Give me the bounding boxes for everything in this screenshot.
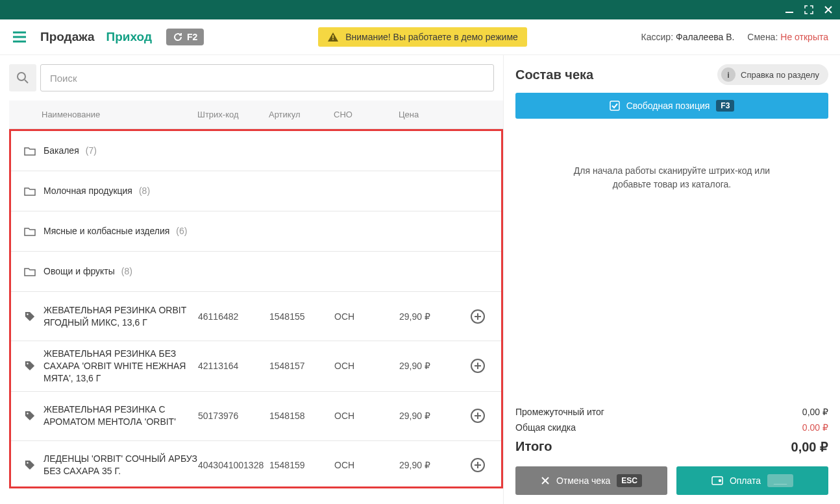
svg-line-9 <box>25 80 28 83</box>
add-to-receipt-button[interactable] <box>470 408 486 424</box>
product-sno: ОСН <box>334 361 399 371</box>
svg-rect-6 <box>332 35 334 38</box>
topbar: Продажа Приход F2 Внимание! Вы работаете… <box>0 19 840 55</box>
add-to-receipt-button[interactable] <box>470 309 486 324</box>
product-row[interactable]: ЖЕВАТЕЛЬНАЯ РЕЗИНКА С АРОМАТОМ МЕНТОЛА '… <box>11 392 501 441</box>
pay-key-label: ___ <box>767 474 793 487</box>
pay-button[interactable]: Оплата ___ <box>676 466 828 495</box>
product-price: 29,90 ₽ <box>399 311 458 322</box>
folder-icon <box>24 226 43 237</box>
search-input[interactable] <box>40 64 494 91</box>
subtotal-label: Промежуточный итог <box>515 407 802 417</box>
tag-icon <box>24 311 43 322</box>
total-label: Итого <box>515 439 791 455</box>
esc-key-label: ESC <box>617 474 642 487</box>
svg-point-18 <box>27 413 28 414</box>
folder-icon <box>24 186 43 197</box>
free-position-button[interactable]: Свободная позиция F3 <box>515 93 828 119</box>
folder-row[interactable]: Бакалея(7) <box>11 131 501 171</box>
product-row[interactable]: ЖЕВАТЕЛЬНАЯ РЕЗИНКА БЕЗ САХАРА 'ORBIT WH… <box>11 341 501 392</box>
svg-point-10 <box>27 313 28 315</box>
menu-icon[interactable] <box>12 30 27 44</box>
minimize-icon[interactable] <box>784 5 795 15</box>
product-article: 1548159 <box>269 460 334 470</box>
search-button[interactable] <box>9 64 36 91</box>
folder-row[interactable]: Овощи и фрукты(8) <box>11 252 501 292</box>
product-sno: ОСН <box>334 460 399 470</box>
product-sno: ОСН <box>334 311 399 322</box>
col-price: Цена <box>399 110 457 119</box>
f2-key-label: F2 <box>187 32 197 42</box>
tab-sale[interactable]: Продажа <box>40 30 95 44</box>
window-titlebar <box>0 0 840 19</box>
search-icon <box>16 71 29 84</box>
maximize-icon[interactable] <box>804 5 814 15</box>
subtotal-value: 0,00 ₽ <box>802 407 828 417</box>
wallet-icon <box>711 476 723 485</box>
folder-icon <box>24 267 43 277</box>
total-value: 0,00 ₽ <box>791 439 828 455</box>
warning-icon <box>327 32 339 42</box>
cashier-name: Фалалеева В. <box>676 32 734 42</box>
col-article: Артикул <box>269 110 334 119</box>
svg-point-30 <box>719 480 721 482</box>
demo-warning: Внимание! Вы работаете в демо режиме <box>318 27 527 47</box>
svg-point-14 <box>27 363 28 365</box>
svg-point-22 <box>27 462 28 463</box>
catalog-list: Бакалея(7) Молочная продукция(8) Мясные … <box>9 129 503 488</box>
product-price: 29,90 ₽ <box>399 460 458 470</box>
product-name: ЖЕВАТЕЛЬНАЯ РЕЗИНКА С АРОМАТОМ МЕНТОЛА '… <box>43 403 198 428</box>
shift-label: Смена: <box>747 32 778 42</box>
discount-value: 0.00 ₽ <box>802 422 828 433</box>
warning-text: Внимание! Вы работаете в демо режиме <box>345 32 518 42</box>
cashier-label: Кассир: <box>641 32 673 42</box>
product-price: 29,90 ₽ <box>399 361 458 371</box>
product-row[interactable]: ЛЕДЕНЦЫ 'ORBIT' СОЧНЫЙ АРБУЗ БЕЗ САХАРА … <box>11 441 501 488</box>
discount-label: Общая скидка <box>515 422 802 433</box>
product-sno: ОСН <box>334 411 399 421</box>
info-icon: i <box>721 67 735 82</box>
folder-row[interactable]: Молочная продукция(8) <box>11 171 501 211</box>
svg-rect-26 <box>610 101 619 110</box>
product-name: ЛЕДЕНЦЫ 'ORBIT' СОЧНЫЙ АРБУЗ БЕЗ САХАРА … <box>43 453 198 477</box>
tag-icon <box>24 460 43 470</box>
folder-row[interactable]: Мясные и колбасные изделия(6) <box>11 211 501 252</box>
tag-icon <box>24 411 43 421</box>
product-price: 29,90 ₽ <box>399 411 458 421</box>
help-button[interactable]: i Справка по разделу <box>717 64 828 85</box>
col-sno: СНО <box>334 110 399 119</box>
product-barcode: 4043041001328 <box>198 460 269 470</box>
tag-icon <box>24 361 43 371</box>
add-to-receipt-button[interactable] <box>470 457 486 473</box>
product-barcode: 42113164 <box>198 361 269 371</box>
col-name: Наименование <box>42 110 197 119</box>
product-name: ЖЕВАТЕЛЬНАЯ РЕЗИНКА БЕЗ САХАРА 'ORBIT WH… <box>43 348 198 385</box>
product-name: ЖЕВАТЕЛЬНАЯ РЕЗИНКА ORBIT ЯГОДНЫЙ МИКС, … <box>43 304 198 329</box>
svg-rect-7 <box>332 39 334 40</box>
product-article: 1548157 <box>269 361 334 371</box>
f3-key-label: F3 <box>716 100 734 112</box>
close-icon <box>541 476 550 485</box>
svg-point-8 <box>18 73 25 80</box>
add-to-receipt-button[interactable] <box>470 358 486 374</box>
product-barcode: 50173976 <box>198 411 269 421</box>
user-info: Кассир: Фалалеева В. Смена: Не открыта <box>641 32 828 42</box>
refresh-button[interactable]: F2 <box>166 29 204 45</box>
table-header: Наименование Штрих-код Артикул СНО Цена <box>9 101 503 129</box>
folder-icon <box>24 146 43 156</box>
receipt-title: Состав чека <box>515 67 593 82</box>
shift-value: Не открыта <box>780 32 828 42</box>
col-barcode: Штрих-код <box>197 110 269 119</box>
product-article: 1548155 <box>269 311 334 322</box>
product-barcode: 46116482 <box>198 311 269 322</box>
product-row[interactable]: ЖЕВАТЕЛЬНАЯ РЕЗИНКА ORBIT ЯГОДНЫЙ МИКС, … <box>11 292 501 341</box>
product-article: 1548158 <box>269 411 334 421</box>
check-icon <box>610 101 620 111</box>
tab-income[interactable]: Приход <box>106 30 152 44</box>
receipt-empty-hint: Для начала работы сканируйте штрих-код и… <box>515 119 828 404</box>
close-icon[interactable] <box>823 5 834 15</box>
cancel-receipt-button[interactable]: Отмена чека ESC <box>515 466 667 495</box>
